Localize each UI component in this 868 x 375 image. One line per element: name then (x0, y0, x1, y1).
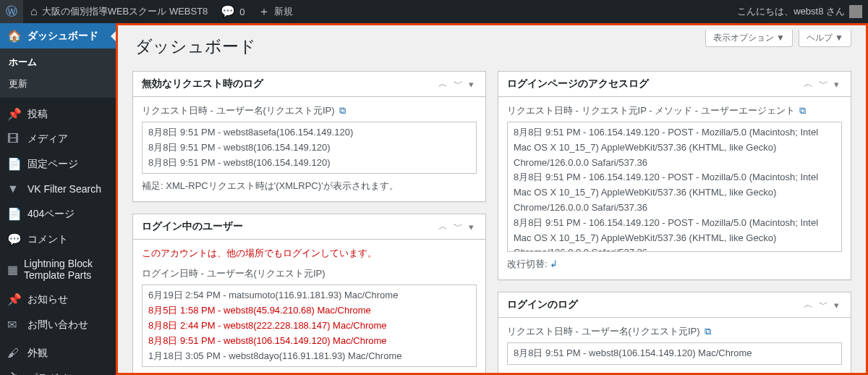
dashboard-col-left: 無効なリクエスト時のログ ︿ ﹀ ▾ リクエスト日時 - ユーザー名(リクエスト… (132, 71, 486, 375)
greeting[interactable]: こんにちは、webst8 さん (737, 5, 845, 18)
log-list: 6月19日 2:54 PM - matsumoto(116.91.181.93)… (142, 285, 477, 367)
wordpress-icon: Ⓦ (6, 6, 17, 17)
comments-count: 0 (239, 7, 244, 17)
menu-media[interactable]: 🎞メディア (0, 127, 116, 151)
menu-posts-label: 投稿 (27, 108, 48, 121)
log-row: 8月8日 9:51 PM - 106.154.149.120 - POST - … (514, 170, 835, 215)
warning-text: このアカウントは、他の場所でもログインしています。 (142, 247, 477, 260)
blocks-icon: ▦ (7, 263, 18, 277)
log-row: 8月5日 1:58 PM - webst8(45.94.210.68) Mac/… (148, 303, 470, 319)
plugin-icon: 🔌 (7, 371, 22, 375)
log-row: 6月19日 2:54 PM - matsumoto(116.91.181.93)… (148, 288, 470, 303)
move-down-icon[interactable]: ﹀ (451, 220, 466, 233)
help-button[interactable]: ヘルプ ▼ (799, 30, 851, 47)
newline-toggle-link[interactable]: ↲ (550, 258, 558, 269)
menu-ltparts[interactable]: ▦Lightning Block Template Parts (0, 252, 116, 287)
site-link[interactable]: ⌂大阪の個別指導WEBスクール WEBST8 (25, 0, 213, 23)
admin-sidebar: 🏠 ダッシュボード ホーム 更新 📌投稿 🎞メディア 📄固定ページ ▼VK Fi… (0, 23, 116, 375)
log-list: 8月8日 9:51 PM - webst8asefa(106.154.149.1… (142, 122, 477, 174)
log-row: 8月8日 2:44 PM - webst8(222.228.188.147) M… (148, 319, 470, 334)
menu-pages[interactable]: 📄固定ページ (0, 151, 116, 177)
log-header: リクエスト日時 - ユーザー名(リクエスト元IP) (507, 325, 700, 338)
log-row: 8月8日 9:51 PM - webst8(106.154.149.120) M… (148, 334, 470, 349)
menu-notice[interactable]: 📌お知らせ (0, 287, 116, 312)
move-up-icon[interactable]: ︿ (801, 77, 816, 90)
gauge-icon: 🏠 (7, 29, 22, 43)
menu-contact[interactable]: ✉お問い合わせ (0, 312, 116, 337)
widget-logged-in-users: ログイン中のユーザー ︿ ﹀ ▾ このアカウントは、他の場所でもログインしていま… (132, 214, 486, 375)
plus-icon: ＋ (258, 6, 270, 17)
toggle-icon[interactable]: ▾ (466, 222, 477, 232)
comments-link[interactable]: 💬0 (215, 0, 250, 23)
menu-plugins[interactable]: 🔌プラグイン (0, 366, 116, 375)
move-up-icon[interactable]: ︿ (435, 77, 451, 90)
wp-logo[interactable]: Ⓦ (0, 0, 23, 23)
menu-contact-label: お問い合わせ (27, 319, 88, 332)
widget-title: ログイン中のユーザー (142, 220, 435, 233)
page-icon: 📄 (7, 157, 22, 171)
menu-appearance[interactable]: 🖌外観 (0, 341, 116, 366)
new-label: 新規 (274, 5, 293, 18)
move-down-icon[interactable]: ﹀ (816, 77, 831, 90)
log-row: 8月8日 9:51 PM - 106.154.149.120 - POST - … (514, 125, 835, 170)
submenu-home[interactable]: ホーム (0, 51, 116, 73)
menu-comments-label: コメント (27, 233, 68, 246)
menu-dashboard-label: ダッシュボード (27, 30, 98, 43)
menu-404-label: 404ページ (27, 208, 75, 221)
menu-ltparts-label: Lightning Block Template Parts (24, 258, 109, 281)
dashboard-submenu: ホーム 更新 (0, 49, 116, 98)
menu-vkfilter[interactable]: ▼VK Filter Search (0, 177, 116, 201)
move-up-icon[interactable]: ︿ (801, 298, 816, 311)
external-link-icon[interactable]: ⧉ (799, 105, 806, 117)
log-header: リクエスト日時 - リクエスト元IP - メソッド - ユーザーエージェント (507, 104, 795, 117)
content-area: 表示オプション ▼ ヘルプ ▼ ダッシュボード 無効なリクエスト時のログ ︿ ﹀… (116, 23, 868, 375)
admin-bar: Ⓦ ⌂大阪の個別指導WEBスクール WEBST8 💬0 ＋新規 こんにちは、we… (0, 0, 868, 23)
dashboard-col-right: ログインページのアクセスログ ︿ ﹀ ▾ リクエスト日時 - リクエスト元IP … (498, 71, 851, 375)
log-header: ログイン日時 - ユーザー名(リクエスト元IP) (142, 267, 326, 280)
menu-media-label: メディア (27, 132, 68, 146)
log-row: 8月8日 9:51 PM - webst8(106.154.149.120) (148, 140, 470, 156)
log-note: 補足: XML-RPCリクエスト時は'(XMLRPC)'が表示されます。 (142, 180, 477, 193)
menu-404[interactable]: 📄404ページ (0, 201, 116, 227)
menu-dashboard[interactable]: 🏠 ダッシュボード (0, 23, 116, 49)
toggle-icon[interactable]: ▾ (466, 79, 477, 90)
brush-icon: 🖌 (7, 347, 22, 360)
home-icon: ⌂ (30, 6, 38, 17)
external-link-icon[interactable]: ⧉ (339, 105, 346, 117)
comment-icon: 💬 (7, 232, 22, 246)
widget-login-page-access-log: ログインページのアクセスログ ︿ ﹀ ▾ リクエスト日時 - リクエスト元IP … (498, 71, 851, 280)
external-link-icon[interactable]: ⧉ (705, 326, 711, 337)
log-list: 8月8日 9:51 PM - webst8(106.154.149.120) M… (507, 342, 842, 365)
move-down-icon[interactable]: ﹀ (451, 77, 466, 90)
newline-toggle: 改行切替: ↲ (507, 258, 842, 271)
log-list[interactable]: 8月8日 9:51 PM - 106.154.149.120 - POST - … (507, 122, 842, 252)
widget-title: ログインページのアクセスログ (507, 77, 801, 90)
menu-notice-label: お知らせ (27, 293, 68, 306)
widget-login-log: ログインのログ ︿ ﹀ ▾ リクエスト日時 - ユーザー名(リクエスト元IP) … (498, 292, 851, 374)
log-row: 8月8日 9:51 PM - webst8asefa(106.154.149.1… (148, 125, 470, 140)
toggle-icon[interactable]: ▾ (831, 79, 842, 90)
new-link[interactable]: ＋新規 (252, 0, 299, 23)
filter-icon: ▼ (7, 182, 22, 195)
menu-pages-label: 固定ページ (27, 158, 78, 171)
log-row: 8月8日 9:51 PM - webst8(106.154.149.120) M… (514, 346, 835, 361)
site-name: 大阪の個別指導WEBスクール WEBST8 (42, 5, 208, 18)
menu-plugins-label: プラグイン (27, 372, 78, 376)
menu-posts[interactable]: 📌投稿 (0, 101, 116, 127)
mail-icon: ✉ (7, 318, 22, 332)
menu-comments[interactable]: 💬コメント (0, 227, 116, 252)
screen-options-button[interactable]: 表示オプション ▼ (705, 30, 793, 47)
newline-label: 改行切替: (507, 258, 548, 269)
toggle-icon[interactable]: ▾ (831, 300, 842, 311)
log-row: 1月18日 3:05 PM - webst8dayo(116.91.181.93… (148, 349, 470, 364)
move-up-icon[interactable]: ︿ (435, 220, 451, 233)
media-icon: 🎞 (7, 132, 22, 146)
log-row: 8月8日 9:51 PM - webst8(106.154.149.120) (148, 156, 470, 171)
screen-meta-links: 表示オプション ▼ ヘルプ ▼ (705, 30, 851, 47)
move-down-icon[interactable]: ﹀ (816, 298, 831, 311)
submenu-updates[interactable]: 更新 (0, 73, 116, 95)
menu-appearance-label: 外観 (27, 347, 48, 360)
widget-title: ログインのログ (507, 298, 801, 311)
widget-title: 無効なリクエスト時のログ (142, 77, 435, 90)
avatar[interactable] (849, 5, 862, 18)
